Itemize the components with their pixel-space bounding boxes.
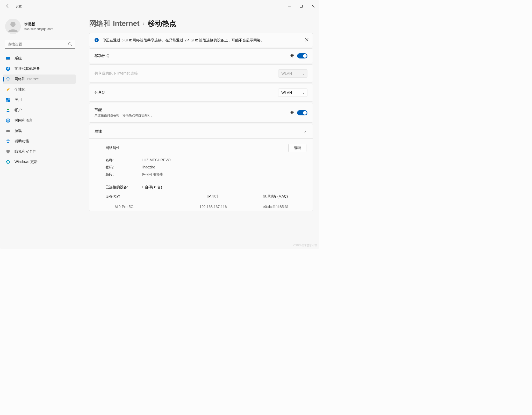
svg-rect-13 xyxy=(6,98,8,100)
row-label: 节能 xyxy=(95,108,154,112)
share-to-select[interactable]: WLAN ⌄ xyxy=(278,88,307,97)
sidebar-item-label: 帐户 xyxy=(15,108,22,113)
svg-rect-19 xyxy=(6,130,10,132)
sidebar-item-label: 辅助功能 xyxy=(15,139,29,144)
col-mac: 物理地址(MAC) xyxy=(244,194,306,199)
band-value: 任何可用频率 xyxy=(142,172,163,177)
sidebar-item-time-language[interactable]: 时间和语言 xyxy=(3,116,76,125)
person-icon xyxy=(6,108,10,113)
sidebar-item-system[interactable]: 系统 xyxy=(3,54,76,63)
sidebar-item-label: 时间和语言 xyxy=(15,118,33,123)
sidebar-item-label: Windows 更新 xyxy=(15,160,38,164)
gamepad-icon xyxy=(6,129,10,133)
svg-point-20 xyxy=(7,131,8,131)
svg-point-12 xyxy=(8,80,9,81)
svg-rect-15 xyxy=(6,100,8,102)
sidebar: 李昊哲 646269678@qq.com 系统 蓝牙和其他设备 xyxy=(0,12,79,249)
breadcrumb: 网络和 Internet › 移动热点 xyxy=(89,19,313,28)
sidebar-item-gaming[interactable]: 游戏 xyxy=(3,126,76,136)
sidebar-item-label: 隐私和安全性 xyxy=(15,149,36,154)
sidebar-item-privacy[interactable]: 隐私和安全性 xyxy=(3,147,76,156)
device-mac: e0:dc:ff:fd:85:3f xyxy=(244,205,306,209)
apps-icon xyxy=(6,98,10,102)
svg-line-8 xyxy=(71,45,72,46)
main-content: 网络和 Internet › 移动热点 i 你正在通过 5 GHz 网络波段共享… xyxy=(79,12,319,249)
svg-rect-2 xyxy=(300,5,303,8)
sidebar-item-network[interactable]: 网络和 Internet xyxy=(3,75,76,84)
maximize-button[interactable] xyxy=(295,2,307,10)
sidebar-item-update[interactable]: Windows 更新 xyxy=(3,157,76,167)
col-ip: IP 地址 xyxy=(182,194,244,199)
titlebar: 设置 xyxy=(0,0,319,12)
net-props-title: 网络属性 xyxy=(105,146,120,150)
row-label: 移动热点 xyxy=(95,54,109,58)
sidebar-item-label: 游戏 xyxy=(15,129,22,133)
svg-point-21 xyxy=(9,131,9,131)
select-value: WLAN xyxy=(282,71,292,76)
share-to-row: 分享到 WLAN ⌄ xyxy=(89,84,313,102)
close-button[interactable] xyxy=(307,2,319,10)
row-label: 分享到 xyxy=(95,90,105,95)
edit-button[interactable]: 编辑 xyxy=(288,144,306,152)
update-icon xyxy=(6,160,10,164)
power-saving-row: 节能 未连接任何设备时，移动热点将自动关闭。 开 xyxy=(89,103,313,123)
sidebar-item-accessibility[interactable]: 辅助功能 xyxy=(3,137,76,146)
search-field[interactable] xyxy=(5,40,75,49)
svg-point-7 xyxy=(69,43,71,45)
toggle-state: 开 xyxy=(290,54,294,58)
hotspot-toggle-row: 移动热点 开 xyxy=(89,48,313,63)
accessibility-icon xyxy=(6,139,10,144)
sidebar-item-personalization[interactable]: 个性化 xyxy=(3,85,76,94)
toggle-state: 开 xyxy=(290,110,294,115)
search-icon xyxy=(68,42,72,47)
password-value: lihaozhe xyxy=(142,165,155,170)
search-input[interactable] xyxy=(5,40,75,49)
name-value: LHZ-MECHREVO xyxy=(142,158,171,162)
system-icon xyxy=(6,56,10,61)
properties-header[interactable]: 属性 ︿ xyxy=(89,124,313,139)
sidebar-item-bluetooth[interactable]: 蓝牙和其他设备 xyxy=(3,64,76,73)
chevron-down-icon: ⌄ xyxy=(302,91,305,94)
band-label: 频段: xyxy=(105,172,142,177)
svg-point-17 xyxy=(7,109,9,110)
page-title: 移动热点 xyxy=(148,19,177,28)
sidebar-item-label: 个性化 xyxy=(15,87,25,92)
svg-point-22 xyxy=(8,139,9,140)
device-table-header: 设备名称 IP 地址 物理地址(MAC) xyxy=(105,192,306,201)
wifi-icon xyxy=(6,77,10,81)
sidebar-item-apps[interactable]: 应用 xyxy=(3,95,76,105)
info-icon: i xyxy=(95,38,99,42)
device-ip: 192.168.137.116 xyxy=(182,205,244,209)
svg-rect-14 xyxy=(8,98,10,100)
watermark: CSDN @李昊哲小课 xyxy=(293,244,317,247)
avatar-icon xyxy=(5,19,21,34)
profile-email: 646269678@qq.com xyxy=(24,27,53,31)
shield-icon xyxy=(6,149,10,154)
svg-rect-10 xyxy=(6,59,10,60)
info-alert: i 你正在通过 5 GHz 网络波段共享连接。在只能通过 2.4 GHz 波段连… xyxy=(89,33,313,47)
app-title: 设置 xyxy=(16,4,22,9)
breadcrumb-parent[interactable]: 网络和 Internet xyxy=(89,19,139,28)
alert-text: 你正在通过 5 GHz 网络波段共享连接。在只能通过 2.4 GHz 波段连接的… xyxy=(102,38,298,43)
connected-count: 1 台(共 8 台) xyxy=(142,185,162,190)
chevron-right-icon: › xyxy=(142,20,144,27)
power-saving-toggle[interactable] xyxy=(297,110,307,115)
profile-name: 李昊哲 xyxy=(24,22,53,27)
name-label: 名称: xyxy=(105,158,142,162)
profile[interactable]: 李昊哲 646269678@qq.com xyxy=(0,16,79,39)
close-icon[interactable] xyxy=(305,38,308,42)
brush-icon xyxy=(6,87,10,92)
section-title: 属性 xyxy=(95,129,102,134)
share-from-row: 共享我的以下 Internet 连接 WLAN ⌄ xyxy=(89,64,313,83)
chevron-up-icon: ︿ xyxy=(304,129,307,134)
svg-rect-16 xyxy=(8,100,10,102)
minimize-button[interactable] xyxy=(283,2,295,10)
device-name: Mi9-Pro-5G xyxy=(105,205,182,209)
row-sublabel: 未连接任何设备时，移动热点将自动关闭。 xyxy=(95,113,154,118)
connected-label: 已连接的设备: xyxy=(105,185,142,190)
chevron-down-icon: ⌄ xyxy=(302,72,305,75)
row-label: 共享我的以下 Internet 连接 xyxy=(95,71,138,76)
back-icon[interactable] xyxy=(6,4,10,9)
hotspot-toggle[interactable] xyxy=(297,53,307,58)
sidebar-item-accounts[interactable]: 帐户 xyxy=(3,106,76,115)
